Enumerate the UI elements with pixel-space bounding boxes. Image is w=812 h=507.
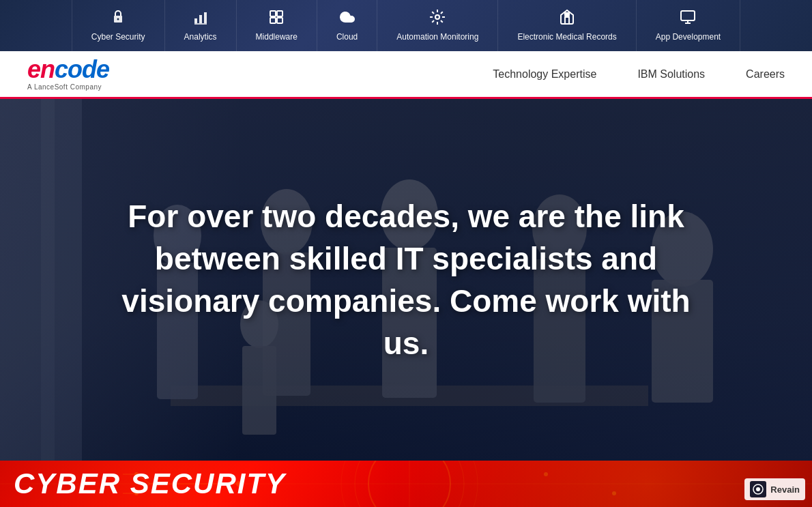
middleware-label: Middleware — [256, 32, 298, 42]
svg-rect-8 — [270, 18, 276, 23]
cyber-security-icon — [110, 9, 126, 28]
svg-rect-3 — [199, 15, 202, 23]
electronic-medical-records-label: Electronic Medical Records — [517, 32, 616, 42]
svg-point-39 — [612, 491, 616, 495]
top-navigation: Cyber SecurityAnalyticsMiddlewareCloudAu… — [0, 0, 812, 51]
cyber-bar-text: Cyber Security — [14, 467, 286, 500]
cyber-security-label: Cyber Security — [91, 32, 145, 42]
svg-rect-6 — [270, 11, 276, 16]
hero-headline: For over two decades, we are the link be… — [99, 195, 713, 364]
automation-monitoring-label: Automation Monitoring — [396, 32, 478, 42]
nav-link-technology-expertise[interactable]: Technology Expertise — [493, 68, 596, 81]
app-development-icon — [680, 9, 696, 28]
svg-rect-4 — [204, 12, 207, 23]
revain-badge[interactable]: Revain — [744, 478, 805, 500]
cyber-bar: Cyber Security — [0, 461, 812, 507]
nav-link-ibm-solutions[interactable]: IBM Solutions — [637, 68, 705, 81]
top-nav-item-cloud[interactable]: Cloud — [317, 0, 377, 51]
svg-rect-7 — [277, 11, 282, 16]
top-nav-item-middleware[interactable]: Middleware — [237, 0, 317, 51]
top-nav-item-electronic-medical-records[interactable]: Electronic Medical Records — [498, 0, 636, 51]
svg-point-38 — [544, 472, 548, 476]
nav-link-careers[interactable]: Careers — [746, 68, 785, 81]
top-nav-item-cyber-security[interactable]: Cyber Security — [72, 0, 165, 51]
analytics-icon — [192, 9, 209, 28]
cloud-label: Cloud — [336, 32, 358, 42]
logo-text: encode — [27, 57, 109, 82]
top-nav-item-app-development[interactable]: App Development — [637, 0, 740, 51]
cloud-icon — [339, 9, 356, 28]
automation-monitoring-icon — [429, 9, 446, 28]
revain-icon — [750, 481, 766, 497]
logo-subtitle: A LanceSoft Company — [27, 83, 109, 91]
main-header: encode A LanceSoft Company Technology Ex… — [0, 51, 812, 99]
svg-rect-12 — [681, 11, 695, 20]
middleware-icon — [268, 9, 285, 28]
svg-rect-11 — [565, 13, 569, 16]
app-development-label: App Development — [656, 32, 721, 42]
svg-point-10 — [435, 15, 439, 19]
hero-section: For over two decades, we are the link be… — [0, 99, 812, 461]
svg-point-1 — [117, 18, 119, 20]
svg-rect-9 — [277, 18, 282, 23]
top-nav-item-automation-monitoring[interactable]: Automation Monitoring — [377, 0, 498, 51]
revain-label: Revain — [770, 484, 800, 495]
svg-rect-2 — [194, 18, 197, 23]
logo[interactable]: encode A LanceSoft Company — [27, 57, 109, 91]
top-nav-item-analytics[interactable]: Analytics — [165, 0, 237, 51]
hero-content: For over two decades, we are the link be… — [0, 99, 812, 461]
main-nav-links: Technology ExpertiseIBM SolutionsCareers — [493, 68, 785, 81]
analytics-label: Analytics — [184, 32, 217, 42]
svg-point-41 — [756, 487, 760, 491]
electronic-medical-records-icon — [559, 9, 575, 28]
